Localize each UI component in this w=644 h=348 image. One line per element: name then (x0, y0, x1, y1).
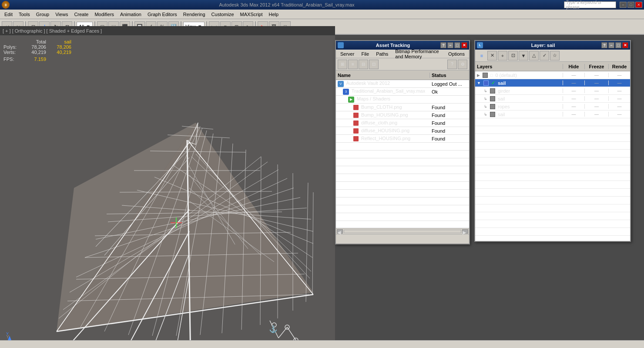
layer-row-empty (475, 134, 630, 142)
layer-row-empty (475, 157, 630, 165)
layer-row[interactable]: ↳ ropes — — — (475, 103, 630, 110)
lw-close-btn[interactable]: ✕ (622, 42, 628, 48)
layer-render-cell[interactable]: — (608, 104, 630, 109)
lw-tb-highlight-btn[interactable]: ☆ (550, 51, 560, 60)
at-scroll-right[interactable]: ▶ (462, 229, 468, 234)
table-row[interactable]: diffuse_cloth.png Found (336, 119, 469, 127)
at-menu-server[interactable]: Server (338, 51, 357, 57)
layer-row-empty (475, 204, 630, 212)
layer-row-empty (475, 181, 630, 189)
at-tb-btn-1[interactable]: ⊞ (338, 60, 347, 69)
layer-render-cell[interactable]: — (608, 112, 630, 117)
at-menu-file[interactable]: File (359, 51, 372, 57)
lw-minimize-btn[interactable]: − (608, 42, 614, 48)
viewport-stats: Total sail Polys: 78,206 78,206 Verts: 4… (3, 39, 71, 62)
layer-render-cell[interactable]: — (608, 80, 630, 85)
layer-row[interactable]: ↳ girder — — — (475, 87, 630, 95)
layer-hide-cell[interactable]: — (563, 112, 584, 117)
sail-wireframe: ⚓ Y (0, 36, 335, 348)
layer-row-empty (475, 212, 630, 220)
at-menu-bitmap[interactable]: Bitmap Performance and Memory (392, 48, 444, 60)
search-input[interactable]: Type a keyword or phrase (564, 1, 616, 8)
lw-maximize-btn[interactable]: □ (615, 42, 621, 48)
layer-checkbox[interactable]: □ (490, 73, 493, 77)
layer-row[interactable]: ▼ ✓ sail — — — (475, 79, 630, 87)
layer-freeze-cell[interactable]: — (584, 112, 608, 117)
layer-row[interactable]: ↳ sail — — — (475, 95, 630, 103)
table-row (336, 151, 469, 158)
sub-layer-icon: ↳ (484, 89, 487, 93)
lw-tb-set-current-btn[interactable]: ✓ (540, 51, 549, 60)
at-tb-btn-3[interactable]: ⊟ (359, 60, 368, 69)
file-number-icon: 3 (343, 89, 349, 95)
layer-hide-cell[interactable]: — (563, 88, 584, 93)
menu-help[interactable]: Help (266, 11, 282, 18)
at-menu-options[interactable]: Options (446, 51, 467, 57)
menu-group[interactable]: Group (34, 11, 52, 18)
menu-create[interactable]: Create (71, 11, 91, 18)
lw-tb-add-btn[interactable]: + (498, 51, 507, 60)
at-menu-paths[interactable]: Paths (373, 51, 391, 57)
menu-views[interactable]: Views (53, 11, 70, 18)
menu-modifiers[interactable]: Modifiers (92, 11, 117, 18)
menu-rendering[interactable]: Rendering (181, 11, 208, 18)
at-scroll-left[interactable]: ◀ (337, 229, 343, 234)
table-row[interactable]: diffuse_HOUSING.png Found (336, 127, 469, 135)
viewport[interactable]: Total sail Polys: 78,206 78,206 Verts: 4… (0, 36, 335, 348)
layer-render-cell[interactable]: — (608, 88, 630, 93)
table-row[interactable]: Reflect_HOUSING.png Found (336, 135, 469, 143)
table-row (336, 143, 469, 151)
table-row[interactable]: Bump_HOUSING.png Found (336, 111, 469, 119)
menu-tools[interactable]: Tools (16, 11, 33, 18)
layer-render-cell[interactable]: — (608, 96, 630, 101)
menu-maxscript[interactable]: MAXScript (238, 11, 265, 18)
lw-help-btn[interactable]: ? (601, 42, 607, 48)
layer-freeze-cell[interactable]: — (584, 80, 608, 85)
at-tb-btn-4[interactable]: ⊡ (369, 60, 379, 69)
lw-tb-add-to-layer-btn[interactable]: ▼ (519, 51, 528, 60)
menu-customize[interactable]: Customize (209, 11, 237, 18)
layer-freeze-cell[interactable]: — (584, 104, 608, 109)
maximize-btn[interactable]: □ (627, 2, 634, 8)
menu-animation[interactable]: Animation (117, 11, 144, 18)
bottom-status-bar (0, 340, 644, 348)
table-row[interactable]: 3 Traditional_Arabian_Sail_vray.max Ok (336, 88, 469, 96)
layer-freeze-cell[interactable]: — (584, 88, 608, 93)
layer-freeze-cell[interactable]: — (584, 73, 608, 77)
layer-hide-cell[interactable]: — (563, 96, 584, 101)
table-row[interactable]: Bump_CLOTH.png Found (336, 104, 469, 111)
menu-edit[interactable]: Edit (2, 11, 15, 18)
asset-tracking-window-controls: ? − □ ✕ (440, 42, 467, 48)
asset-tracking-table-body[interactable]: V Autodesk Vault 2012 Logged Out ... 3 T… (336, 80, 469, 228)
lw-tb-remove-from-layer-btn[interactable]: △ (529, 51, 539, 60)
layer-hide-cell[interactable]: — (563, 73, 584, 77)
at-tb-btn-2[interactable]: ≡ (348, 60, 358, 69)
texture-icon (353, 128, 359, 134)
at-maximize-btn[interactable]: □ (454, 42, 460, 48)
at-horizontal-scrollbar[interactable]: ◀ ▶ (336, 228, 469, 234)
table-row (336, 158, 469, 166)
layer-freeze-cell[interactable]: — (584, 96, 608, 101)
lw-tb-select-objects-btn[interactable]: ⊡ (508, 51, 518, 60)
menu-graph-editors[interactable]: Graph Editors (145, 11, 180, 18)
table-row[interactable]: V Autodesk Vault 2012 Logged Out ... (336, 80, 469, 88)
table-row[interactable]: ▶ Maps / Shaders (336, 96, 469, 104)
close-btn[interactable]: ✕ (635, 2, 642, 8)
lw-tb-delete-btn[interactable]: ✕ (487, 51, 497, 60)
layer-row[interactable]: ▶ □ 0 (default) — — — (475, 71, 630, 79)
layer-row[interactable]: ↳ sail — — — (475, 110, 630, 118)
at-tb-help-btn[interactable]: ? (447, 60, 457, 69)
minimize-btn[interactable]: − (620, 2, 627, 8)
at-close-btn[interactable]: ✕ (461, 42, 467, 48)
viewport-info-bar: [ + ] [ Orthographic ] [ Shaded + Edged … (0, 26, 335, 36)
title-bar-title: Autodesk 3ds Max 2012 x64 Traditional_Ar… (10, 2, 564, 7)
layer-hide-cell[interactable]: — (563, 80, 584, 85)
folder-icon: ▶ (348, 97, 354, 103)
layer-render-cell[interactable]: — (608, 73, 630, 77)
at-minimize-btn[interactable]: − (447, 42, 453, 48)
at-help-btn[interactable]: ? (440, 42, 446, 48)
layers-table-body[interactable]: ▶ □ 0 (default) — — — ▼ ✓ sail (475, 71, 630, 241)
layer-row-empty (475, 126, 630, 134)
layer-hide-cell[interactable]: — (563, 104, 584, 109)
at-tb-settings-btn[interactable]: ⚙ (458, 60, 467, 69)
